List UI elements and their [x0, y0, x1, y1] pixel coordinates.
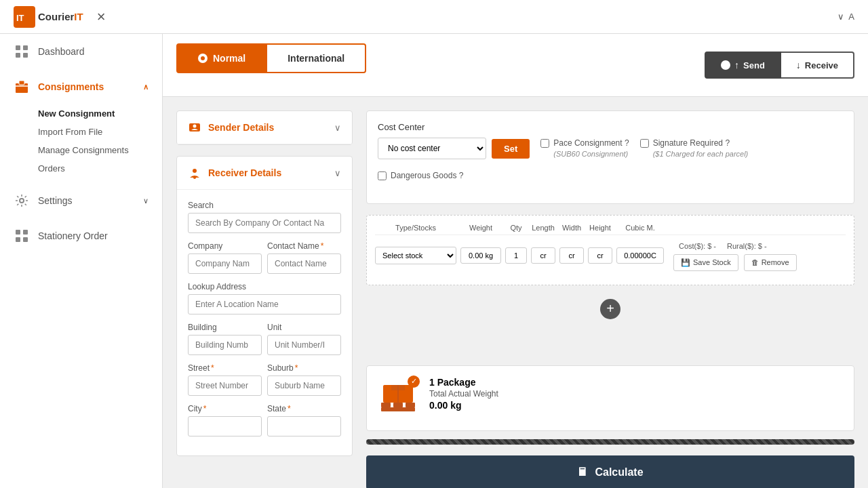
svg-rect-5	[23, 53, 28, 58]
width-input[interactable]	[559, 247, 584, 264]
stock-type-select[interactable]: Select stock	[375, 247, 456, 264]
company-contact-inputs: Company Contact Name *	[188, 241, 341, 274]
sidebar-item-dashboard[interactable]: Dashboard	[0, 34, 162, 69]
receive-button[interactable]: ↓ Receive	[781, 52, 854, 79]
cost-center-select-group: No cost center Set	[378, 138, 530, 159]
cubic-input[interactable]	[616, 247, 664, 264]
calculate-button[interactable]: 🖩 Calculate	[366, 455, 854, 488]
svg-rect-24	[391, 385, 405, 390]
receiver-details-header: Receiver Details ∨	[177, 157, 352, 190]
cost-label: Cost($): $ -	[679, 242, 716, 250]
cost-center-select[interactable]: No cost center	[378, 138, 486, 159]
receiver-details-body: Search Company	[177, 190, 352, 455]
street-required-icon: *	[211, 363, 214, 373]
unit-input[interactable]	[267, 335, 341, 355]
state-required-icon: *	[288, 404, 291, 413]
svg-rect-7	[19, 81, 24, 85]
receiver-chevron-icon[interactable]: ∨	[334, 168, 341, 178]
tab-international[interactable]: International	[267, 43, 366, 73]
building-input[interactable]	[188, 335, 262, 355]
lookup-input[interactable]	[188, 294, 341, 314]
left-column: Sender Details ∨	[176, 110, 353, 488]
header-cubic: Cubic M.	[616, 224, 664, 232]
state-input[interactable]	[267, 416, 341, 436]
pace-consignment-checkbox[interactable]	[540, 139, 549, 148]
send-button[interactable]: ↑ Send	[705, 52, 781, 79]
sender-details-card: Sender Details ∨	[176, 110, 353, 145]
receiver-icon	[188, 166, 201, 180]
dangerous-goods-checkbox[interactable]	[378, 171, 387, 180]
sidebar-item-stationery[interactable]: Stationery Order	[0, 218, 162, 253]
send-label: Send	[743, 60, 765, 70]
send-up-arrow-icon: ↑	[734, 60, 739, 70]
height-input[interactable]	[588, 247, 612, 264]
set-button[interactable]: Set	[492, 139, 530, 159]
tab-normal[interactable]: Normal	[176, 43, 267, 73]
international-tab-label: International	[288, 53, 344, 64]
contact-name-label: Contact Name *	[267, 241, 341, 251]
stationery-label: Stationery Order	[38, 230, 108, 241]
header-qty: Qty	[505, 224, 527, 232]
header-type-stocks: Type/Stocks	[375, 224, 456, 232]
sidebar-sub-item-orders[interactable]: Orders	[38, 159, 149, 178]
header-weight: Weight	[460, 224, 501, 232]
cost-center-section: Cost Center No cost center Set Pace Cons…	[366, 110, 854, 204]
consignments-icon	[14, 79, 30, 95]
city-input[interactable]	[188, 416, 262, 436]
receiver-title: Receiver Details	[208, 167, 281, 178]
sidebar-item-consignments[interactable]: Consignments ∧	[0, 69, 162, 104]
svg-rect-19	[381, 403, 391, 407]
qty-input[interactable]	[505, 247, 527, 264]
remove-label: Remove	[762, 258, 789, 266]
state-label: State *	[267, 404, 341, 413]
sidebar-sub-item-new-consignment[interactable]: New Consignment	[38, 104, 149, 123]
sidebar-item-settings[interactable]: Settings ∨	[0, 183, 162, 218]
add-stock-button[interactable]: +	[600, 299, 620, 319]
sender-chevron-icon[interactable]: ∨	[334, 123, 341, 133]
street-group: Street *	[188, 363, 262, 396]
suburb-input[interactable]	[267, 375, 341, 396]
close-button[interactable]: ×	[97, 8, 106, 26]
state-group: State *	[267, 404, 341, 436]
suburb-label: Suburb *	[267, 363, 341, 373]
cost-center-row: No cost center Set Pace Consignment ? (S…	[378, 138, 843, 182]
header-width: Width	[559, 224, 584, 232]
dangerous-goods-label: Dangerous Goods ?	[391, 170, 463, 182]
remove-button[interactable]: 🗑 Remove	[744, 254, 797, 271]
sender-icon	[188, 121, 201, 134]
logo-icon: IT	[14, 6, 35, 28]
street-input[interactable]	[188, 375, 262, 396]
svg-rect-3	[23, 45, 28, 50]
svg-rect-13	[23, 237, 28, 242]
settings-icon	[14, 192, 30, 209]
svg-text:IT: IT	[16, 13, 24, 23]
package-info: 1 Package Total Actual Weight 0.00 kg	[429, 377, 498, 411]
save-stock-label: Save Stock	[693, 258, 731, 266]
save-stock-button[interactable]: 💾 Save Stock	[673, 254, 738, 271]
svg-rect-18	[381, 407, 415, 411]
package-summary: ✓ 1 Package Total Actual Weight 0.00 kg	[366, 365, 854, 431]
search-input[interactable]	[188, 213, 341, 233]
building-group: Building	[188, 323, 262, 355]
chevron-down-icon: ∨	[837, 12, 844, 22]
length-input[interactable]	[531, 247, 555, 264]
city-state-inputs: City * State *	[188, 404, 341, 436]
building-unit-inputs: Building Unit	[188, 323, 341, 355]
stock-table-header: Type/Stocks Weight Qty Length Width Heig…	[375, 224, 846, 235]
contact-name-input[interactable]	[267, 253, 341, 274]
stock-row: Select stock Cost($): $ - Rural($): $ -	[375, 241, 846, 271]
calculator-icon: 🖩	[577, 466, 588, 479]
sidebar-sub-item-import[interactable]: Import From File	[38, 123, 149, 141]
receiver-details-title-group: Receiver Details	[188, 166, 281, 180]
weight-input[interactable]	[460, 247, 501, 264]
progress-fill	[366, 439, 854, 445]
company-input[interactable]	[188, 253, 262, 274]
sidebar-sub-item-manage[interactable]: Manage Consignments	[38, 141, 149, 159]
signature-required-checkbox[interactable]	[640, 139, 649, 148]
cost-row: Cost($): $ - Rural($): $ -	[673, 241, 846, 251]
lookup-address-row: Lookup Address	[188, 282, 341, 314]
user-initial: A	[848, 12, 854, 22]
dashboard-label: Dashboard	[38, 46, 85, 57]
topbar: IT CourierIT × ∨ A	[0, 0, 868, 34]
type-tabs: Normal International	[176, 43, 366, 73]
